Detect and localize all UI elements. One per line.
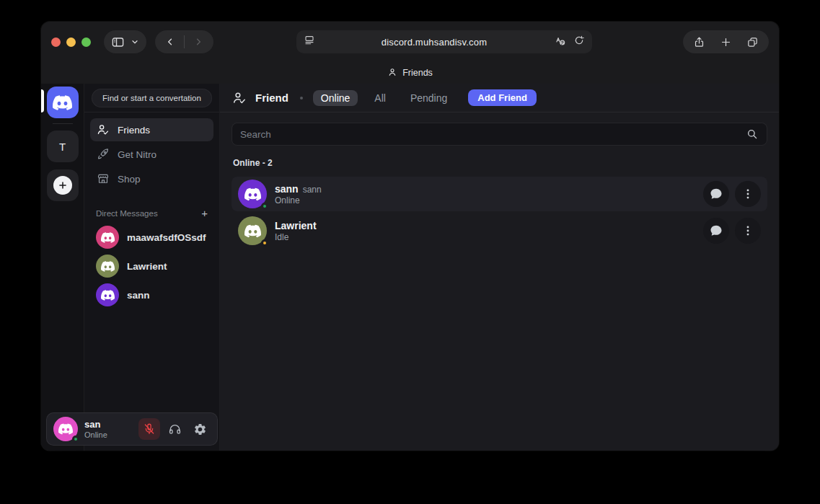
close-window-button[interactable] — [51, 37, 61, 47]
friends-body: Online - 2 sann sann Online — [220, 112, 779, 451]
tab-title: Friends — [402, 68, 433, 78]
separator-dot — [300, 97, 303, 100]
avatar — [96, 226, 119, 249]
sidebar-item-shop[interactable]: Shop — [90, 167, 213, 190]
status-dot-idle — [261, 239, 268, 247]
sidebar-toggle-button[interactable] — [104, 30, 146, 53]
friend-name: sann — [275, 183, 299, 195]
channel-sidebar: Find or start a convertation Friends Get… — [84, 84, 220, 451]
friend-row[interactable]: Lawrient Idle — [232, 213, 767, 248]
sidebar-header: Find or start a convertation — [84, 84, 219, 112]
mute-button[interactable] — [138, 418, 160, 440]
home-button[interactable] — [47, 87, 79, 118]
selected-server-indicator — [41, 89, 44, 112]
avatar — [238, 216, 267, 245]
avatar — [238, 180, 267, 208]
sidebar-icon — [111, 35, 125, 49]
vertical-dots-icon — [741, 224, 754, 237]
tab-overview-icon[interactable] — [746, 36, 759, 48]
tab-online[interactable]: Online — [313, 90, 358, 106]
browser-toolbar: discord.muhsandisv.com — [41, 22, 779, 62]
person-check-icon — [232, 91, 247, 105]
mic-muted-icon — [143, 423, 156, 436]
vertical-dots-icon — [741, 187, 754, 200]
back-button[interactable] — [162, 30, 178, 53]
dm-name: maawafsdfOSsdf — [127, 232, 206, 243]
new-tab-icon[interactable] — [720, 36, 732, 48]
user-avatar[interactable] — [53, 417, 78, 441]
sidebar-item-get-nitro[interactable]: Get Nitro — [90, 143, 213, 166]
dm-item[interactable]: maawafsdfOSsdf — [90, 223, 213, 252]
url-text: discord.muhsandisv.com — [315, 37, 554, 48]
more-button[interactable] — [735, 181, 761, 207]
more-button[interactable] — [735, 218, 761, 244]
person-check-icon — [97, 123, 110, 136]
reload-icon[interactable] — [573, 35, 585, 49]
search-input[interactable] — [240, 129, 746, 140]
sidebar-item-label: Friends — [118, 125, 150, 136]
sidebar-item-friends[interactable]: Friends — [90, 118, 213, 141]
avatar — [96, 283, 119, 306]
dm-header-label: Direct Messages — [96, 209, 158, 218]
forward-button[interactable] — [190, 30, 206, 53]
shop-icon — [97, 172, 110, 185]
discord-mascot-icon — [101, 288, 115, 302]
tab-all[interactable]: All — [366, 90, 394, 106]
friends-header: Friend Online All Pending Add Friend — [220, 84, 779, 112]
discord-mascot-icon — [101, 231, 115, 244]
browser-window: discord.muhsandisv.com — [41, 22, 779, 451]
search-box — [232, 123, 767, 146]
find-conversation-button[interactable]: Find or start a convertation — [92, 89, 212, 107]
add-friend-button[interactable]: Add Friend — [468, 89, 537, 106]
friend-status: Idle — [275, 232, 317, 242]
discord-mascot-icon — [58, 422, 73, 436]
server-initial: T — [59, 141, 66, 153]
dm-section: Direct Messages + maawafsdfOSsdf Lawrien… — [84, 196, 219, 309]
settings-button[interactable] — [189, 418, 211, 440]
friend-row[interactable]: sann sann Online — [232, 177, 767, 211]
avatar — [96, 255, 119, 278]
status-dot-online — [72, 436, 79, 443]
navigation-buttons — [155, 30, 213, 53]
address-bar[interactable]: discord.muhsandisv.com — [296, 30, 592, 53]
deafen-button[interactable] — [164, 418, 185, 440]
minimize-window-button[interactable] — [66, 37, 76, 47]
main-content: Friend Online All Pending Add Friend Onl… — [220, 84, 779, 451]
page-format-icon[interactable] — [304, 35, 315, 49]
chat-bubble-icon — [709, 224, 723, 238]
add-dm-button[interactable]: + — [201, 208, 208, 218]
tab-title-bar[interactable]: Friends — [41, 62, 779, 84]
discord-mascot-icon — [101, 260, 115, 273]
rail-divider — [53, 123, 73, 124]
translate-icon[interactable] — [554, 35, 566, 50]
nitro-icon — [97, 148, 110, 161]
search-icon — [746, 128, 759, 141]
zoom-window-button[interactable] — [81, 37, 91, 47]
discord-app: T Find or start a convertation Friends — [41, 84, 779, 451]
friend-status: Online — [275, 195, 322, 205]
chat-bubble-icon — [709, 187, 723, 201]
sidebar-item-label: Shop — [118, 174, 141, 185]
traffic-lights — [51, 37, 91, 47]
message-button[interactable] — [703, 181, 729, 207]
message-button[interactable] — [703, 218, 729, 244]
dm-name: sann — [127, 290, 150, 301]
discord-mascot-icon — [244, 223, 261, 239]
discord-mascot-icon — [244, 186, 261, 203]
headphones-icon — [168, 423, 182, 436]
toolbar-actions — [683, 30, 769, 53]
server-rail: T — [41, 84, 84, 451]
dm-item[interactable]: sann — [90, 280, 213, 309]
user-status: Online — [84, 430, 107, 439]
tab-pending[interactable]: Pending — [402, 90, 455, 106]
share-icon[interactable] — [693, 36, 705, 48]
online-count-label: Online - 2 — [233, 158, 766, 168]
dm-item[interactable]: Lawrient — [90, 252, 213, 280]
page-title: Friend — [255, 92, 288, 104]
add-server-button[interactable] — [47, 169, 79, 201]
plus-icon — [53, 176, 72, 195]
user-panel: san Online — [46, 412, 218, 446]
server-button-t[interactable]: T — [47, 131, 79, 162]
gear-icon — [193, 423, 207, 436]
sidebar-nav: Friends Get Nitro Shop — [84, 112, 219, 196]
